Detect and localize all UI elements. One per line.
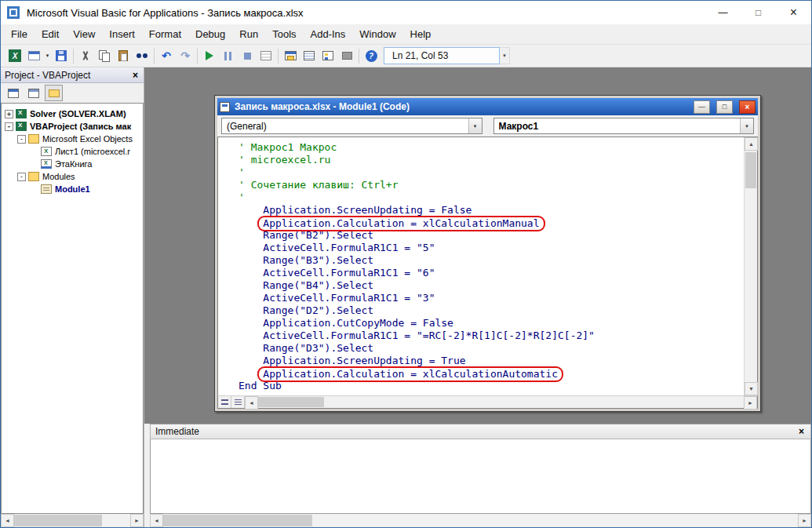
project-panel-close-icon[interactable]: × — [131, 70, 140, 81]
code-line-highlighted[interactable]: Application.Calculation = xlCalculationM… — [239, 217, 744, 229]
immediate-header[interactable]: Immediate × — [150, 424, 811, 439]
menu-help[interactable]: Help — [403, 24, 439, 44]
code-editor[interactable]: ' Макрос1 Макрос ' microexcel.ru ' ' Соч… — [218, 137, 744, 395]
redo-icon[interactable] — [176, 47, 195, 65]
scroll-down-icon[interactable]: ▼ — [745, 382, 758, 395]
object-browser-icon[interactable] — [319, 47, 337, 65]
tree-item-solver[interactable]: + Solver (SOLVER.XLAM) — [2, 107, 143, 120]
menu-window[interactable]: Window — [352, 24, 402, 44]
code-line[interactable]: Application.CutCopyMode = False — [239, 317, 744, 330]
expand-toggle[interactable]: - — [5, 122, 13, 131]
expand-toggle[interactable]: + — [5, 110, 13, 118]
scrollbar-thumb[interactable] — [745, 152, 756, 188]
menu-insert[interactable]: Insert — [102, 24, 142, 44]
project-explorer-icon[interactable] — [281, 47, 300, 65]
scroll-right-icon[interactable]: ► — [744, 396, 757, 410]
design-mode-icon[interactable] — [257, 47, 275, 65]
procedure-view-icon[interactable] — [218, 396, 231, 408]
chevron-down-icon[interactable]: ▼ — [740, 118, 753, 133]
chevron-down-icon[interactable]: ▼ — [468, 118, 482, 133]
immediate-close-icon[interactable]: × — [797, 426, 806, 437]
expand-toggle[interactable]: - — [17, 135, 26, 144]
view-excel-icon[interactable] — [5, 47, 24, 65]
menu-file[interactable]: File — [4, 24, 35, 44]
find-icon[interactable] — [133, 47, 151, 65]
run-macro-icon[interactable] — [200, 47, 219, 65]
code-restore-button[interactable]: □ — [716, 100, 733, 114]
menu-edit[interactable]: Edit — [35, 24, 66, 44]
menu-run[interactable]: Run — [232, 24, 265, 44]
code-line[interactable]: ' Макрос1 Макрос — [239, 141, 744, 154]
window-titlebar[interactable]: Microsoft Visual Basic for Applications … — [1, 1, 811, 24]
code-line[interactable]: Range("B3").Select — [239, 254, 744, 267]
code-line-highlighted[interactable]: Application.Calculation = xlCalculationA… — [239, 367, 744, 380]
copy-icon[interactable] — [95, 47, 114, 65]
toggle-folders-icon[interactable] — [45, 85, 63, 101]
undo-icon[interactable] — [157, 47, 176, 65]
scrollbar-track[interactable] — [14, 514, 130, 527]
code-line[interactable]: Application.ScreenUpdating = True — [239, 355, 744, 367]
tree-item-thisworkbook[interactable]: ЭтаКнига — [2, 158, 143, 170]
code-close-button[interactable]: × — [739, 100, 756, 114]
menu-addins[interactable]: Add-Ins — [304, 24, 353, 44]
minimize-button[interactable]: — — [705, 2, 741, 24]
menu-debug[interactable]: Debug — [188, 24, 232, 44]
scrollbar-track[interactable] — [745, 151, 757, 382]
break-icon[interactable] — [219, 47, 238, 65]
menu-tools[interactable]: Tools — [265, 24, 303, 44]
code-line[interactable]: ActiveCell.FormulaR1C1 = "6" — [239, 267, 744, 279]
maximize-button[interactable]: □ — [741, 2, 776, 24]
insert-dropdown-icon[interactable]: ▼ — [43, 47, 52, 65]
tree-item-vbaproject[interactable]: - VBAProject (Запись мак — [2, 120, 143, 133]
tree-item-modules[interactable]: - Modules — [2, 170, 143, 183]
code-line[interactable]: Application.ScreenUpdating = False — [239, 204, 744, 217]
view-code-icon[interactable] — [4, 85, 22, 101]
code-vscrollbar[interactable]: ▲ ▼ — [744, 137, 757, 395]
code-line[interactable]: Range("D2").Select — [239, 304, 744, 317]
paste-icon[interactable] — [114, 47, 133, 65]
scrollbar-track[interactable] — [258, 396, 744, 408]
menu-view[interactable]: View — [66, 24, 102, 44]
code-line[interactable]: Range("D3").Select — [239, 342, 744, 355]
toolbox-icon[interactable] — [337, 47, 356, 65]
scrollbar-thumb[interactable] — [163, 515, 312, 526]
project-panel-header[interactable]: Project - VBAProject × — [1, 67, 144, 83]
menu-format[interactable]: Format — [142, 24, 188, 44]
expand-toggle[interactable]: - — [17, 173, 26, 181]
scroll-right-icon[interactable]: ► — [130, 514, 144, 527]
code-window-titlebar[interactable]: Запись макроса.xlsx - Module1 (Code) — □… — [217, 98, 758, 115]
scroll-left-icon[interactable]: ◄ — [245, 396, 258, 410]
project-tree[interactable]: + Solver (SOLVER.XLAM) - VBAProject (Зап… — [1, 103, 144, 514]
code-line[interactable]: ' microexcel.ru — [239, 154, 744, 166]
code-line[interactable]: ' — [239, 166, 744, 179]
immediate-input-area[interactable] — [150, 439, 811, 514]
code-line[interactable]: ' — [239, 191, 744, 204]
scrollbar-thumb[interactable] — [258, 397, 324, 407]
toolbar-options-icon[interactable]: ▼ — [500, 47, 510, 64]
scrollbar-thumb[interactable] — [14, 515, 102, 526]
view-object-icon[interactable] — [24, 85, 42, 101]
project-panel-hscrollbar[interactable]: ◄ ► — [1, 514, 144, 527]
code-line[interactable]: ActiveCell.FormulaR1C1 = "=RC[-2]*R[1]C[… — [239, 330, 744, 342]
tree-item-excel-objects[interactable]: - Microsoft Excel Objects — [2, 133, 143, 145]
code-minimize-button[interactable]: — — [694, 100, 710, 114]
insert-userform-icon[interactable] — [24, 47, 43, 65]
cut-icon[interactable] — [76, 47, 95, 65]
immediate-hscrollbar[interactable]: ◄ ► — [150, 514, 811, 527]
scroll-right-icon[interactable]: ► — [798, 514, 811, 527]
code-line[interactable]: ' Сочетание клавиш: Ctrl+r — [239, 179, 744, 191]
properties-window-icon[interactable] — [300, 47, 319, 65]
tree-item-module1[interactable]: Module1 — [2, 183, 143, 195]
close-button[interactable]: × — [776, 2, 811, 24]
procedure-dropdown[interactable]: Макрос1 ▼ — [493, 118, 755, 134]
scroll-left-icon[interactable]: ◄ — [1, 514, 14, 527]
code-line[interactable]: Range("B4").Select — [239, 279, 744, 292]
object-dropdown[interactable]: (General) ▼ — [221, 118, 482, 134]
save-icon[interactable] — [52, 47, 71, 65]
scrollbar-track[interactable] — [163, 514, 798, 527]
scroll-left-icon[interactable]: ◄ — [150, 514, 163, 527]
help-icon[interactable] — [362, 47, 381, 65]
scroll-up-icon[interactable]: ▲ — [745, 137, 758, 151]
tree-item-sheet1[interactable]: Лист1 (microexcel.r — [2, 145, 143, 158]
reset-icon[interactable] — [238, 47, 257, 65]
